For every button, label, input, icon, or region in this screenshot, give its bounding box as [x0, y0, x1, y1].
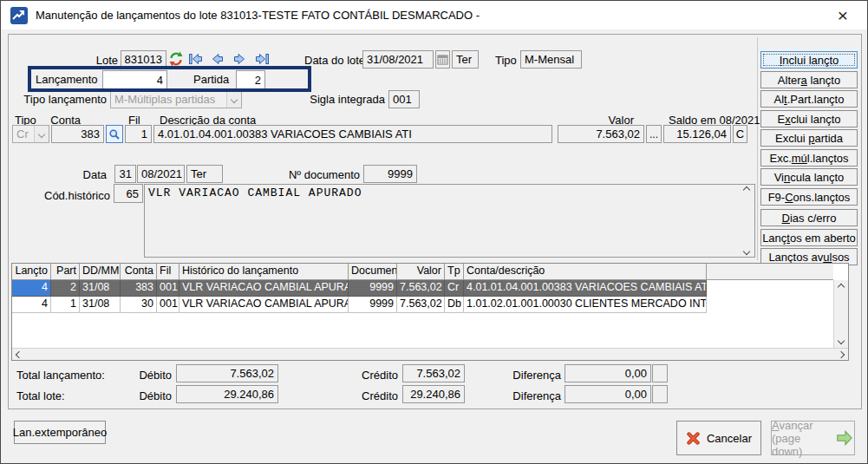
total-lote-credito: 29.240,86	[402, 385, 465, 403]
table-cell[interactable]: 2	[51, 280, 80, 297]
f9-cons-lanctos-button[interactable]: F9-Cons.lançtos	[760, 188, 858, 206]
search-icon[interactable]	[106, 125, 123, 143]
inclui-lancto-button[interactable]: Inclui lançto	[760, 51, 858, 69]
diferenca-label: Diferença	[509, 389, 561, 403]
historico-textarea[interactable]: VLR VARIACAO CAMBIAL APURADO	[144, 184, 755, 258]
textarea-scrollbar[interactable]	[741, 187, 753, 254]
table-cell[interactable]: 383	[121, 280, 157, 297]
lancamento-label: Lançamento	[36, 73, 98, 87]
first-record-icon[interactable]	[188, 52, 204, 66]
table-cell[interactable]: Db	[445, 297, 464, 313]
table-cell[interactable]: 001	[157, 280, 179, 297]
cancelar-label: Cancelar	[707, 432, 752, 445]
table-cell[interactable]: 7.563,02	[397, 297, 445, 313]
exc-mul-lanctos-button[interactable]: Exc.múl.lançtos	[760, 149, 858, 167]
calendar-icon[interactable]	[435, 50, 450, 69]
diferenca-label: Diferença	[509, 369, 561, 382]
last-record-icon[interactable]	[255, 52, 271, 66]
lancamento-field[interactable]: 4	[102, 70, 167, 89]
table-cell[interactable]: 7.563,02	[397, 280, 445, 297]
debito-label: Débito	[131, 369, 172, 382]
table-header-cell: Histórico do lançamento	[179, 264, 349, 279]
table-cell[interactable]: 4	[12, 297, 51, 313]
documento-label: Nº documento	[287, 168, 360, 182]
total-lancamento-diferenca: 0,00	[565, 364, 651, 382]
lote-field[interactable]: 831013	[121, 50, 166, 69]
table-header-cell: Documento	[349, 264, 397, 279]
more-options-button[interactable]: ...	[646, 125, 662, 143]
scroll-right-icon[interactable]	[838, 350, 845, 357]
cancelar-button[interactable]: Cancelar	[676, 421, 761, 455]
sigla-integrada-label: Sigla integrada	[309, 93, 385, 107]
scroll-down-icon[interactable]	[743, 248, 750, 255]
table-cell[interactable]: VLR VARIACAO CAMBIAL APURADO	[179, 297, 349, 313]
table-cell[interactable]: Cr	[445, 280, 464, 297]
diferenca-dc-box	[652, 364, 668, 382]
documento-field[interactable]: 9999	[363, 165, 417, 183]
table-cell[interactable]: 1.01.02.01.001.00030 CLIENTES MERCADO IN…	[464, 297, 707, 313]
sigla-integrada-field: 001	[388, 90, 420, 108]
cancel-x-icon	[686, 431, 701, 446]
grid-horizontal-scrollbar[interactable]	[12, 348, 848, 360]
table-header-cell: Lançto	[12, 264, 51, 279]
app-icon	[10, 7, 28, 24]
lan-extemporaneo-button[interactable]: Lan.extemporâneo	[14, 421, 106, 444]
data-lote-weekday: Ter	[452, 50, 479, 69]
data-dia-field[interactable]: 31	[114, 165, 136, 183]
previous-record-icon[interactable]	[210, 52, 225, 66]
table-cell[interactable]: 9999	[349, 280, 397, 297]
valor-field[interactable]: 7.563,02	[558, 125, 644, 143]
dias-cerro-button[interactable]: Dias c/erro	[760, 209, 858, 226]
historico-text: VLR VARIACAO CAMBIAL APURADO	[148, 186, 737, 199]
scroll-up-icon[interactable]	[838, 284, 845, 291]
table-header-cell: Tp	[445, 264, 464, 279]
scroll-left-icon[interactable]	[16, 350, 23, 357]
data-weekday-field: Ter	[186, 165, 223, 183]
table-cell[interactable]: 31/08	[80, 280, 121, 297]
data-mesano-field[interactable]: 08/2021	[137, 165, 185, 183]
table-cell[interactable]: 4	[12, 280, 51, 297]
exclui-lancto-button[interactable]: Exclui lançto	[760, 110, 858, 127]
data-lote-field[interactable]: 31/08/2021	[362, 50, 434, 69]
table-header-cell: Conta/descrição	[464, 264, 707, 279]
scroll-down-icon[interactable]	[838, 337, 845, 344]
tipo-lancamento-select: M-Múltiplas partidas	[110, 90, 242, 108]
table-cell[interactable]: 31/08	[80, 297, 121, 313]
historico-cod-field[interactable]: 65	[114, 184, 143, 203]
table-row[interactable]: 4131/0830001VLR VARIACAO CAMBIAL APURADO…	[12, 297, 707, 313]
data-lote-label: Data do lote	[304, 54, 360, 68]
chevron-down-icon	[34, 126, 49, 142]
next-record-icon[interactable]	[232, 52, 248, 66]
grid-vertical-scrollbar[interactable]	[833, 280, 848, 348]
lanctos-em-aberto-button[interactable]: Lançtos em aberto	[760, 229, 858, 246]
conta-tipo-select: Cr	[12, 125, 49, 143]
total-lancamento-debito: 7.563,02	[176, 364, 278, 382]
table-cell[interactable]: 30	[121, 297, 157, 313]
tipo-lancamento-label: Tipo lançamento	[18, 93, 107, 107]
lancamentos-grid: LançtoPartDD/MMContaFilHistórico do lanç…	[11, 263, 849, 361]
tipo-field: M-Mensal	[520, 50, 582, 69]
altera-lancto-button[interactable]: Altera lançto	[760, 71, 858, 88]
chevron-down-icon	[226, 91, 241, 108]
close-icon[interactable]: ×	[824, 1, 862, 29]
data-label: Data	[77, 168, 107, 182]
table-cell[interactable]: VLR VARIACAO CAMBIAL APURADO	[179, 280, 349, 297]
vincula-lancto-button[interactable]: Vincula lançto	[760, 168, 858, 186]
table-cell[interactable]: 4.01.01.04.001.00383 VARIACOES CAMBIAIS …	[464, 280, 707, 297]
scroll-up-icon[interactable]	[743, 186, 750, 193]
table-cell[interactable]: 9999	[349, 297, 397, 313]
total-lote-label: Total lote:	[16, 389, 65, 403]
refresh-icon[interactable]	[168, 51, 184, 65]
table-header-cell: Conta	[121, 264, 157, 279]
partida-field[interactable]: 2	[236, 70, 265, 89]
exclui-partida-button[interactable]: Exclui partida	[760, 129, 858, 147]
total-lote-diferenca: 0,00	[565, 385, 651, 403]
table-cell[interactable]: 1	[51, 297, 80, 313]
total-lancamento-credito: 7.563,02	[402, 364, 465, 382]
table-cell[interactable]: 001	[157, 297, 179, 313]
alt-part-lancto-button[interactable]: Alt.Part.lançto	[760, 90, 858, 108]
table-row[interactable]: 4231/08383001VLR VARIACAO CAMBIAL APURAD…	[12, 280, 707, 297]
fil-field[interactable]: 1	[125, 125, 152, 143]
avancar-button[interactable]: Avançar(page down)	[771, 421, 855, 455]
conta-field[interactable]: 383	[51, 125, 104, 143]
